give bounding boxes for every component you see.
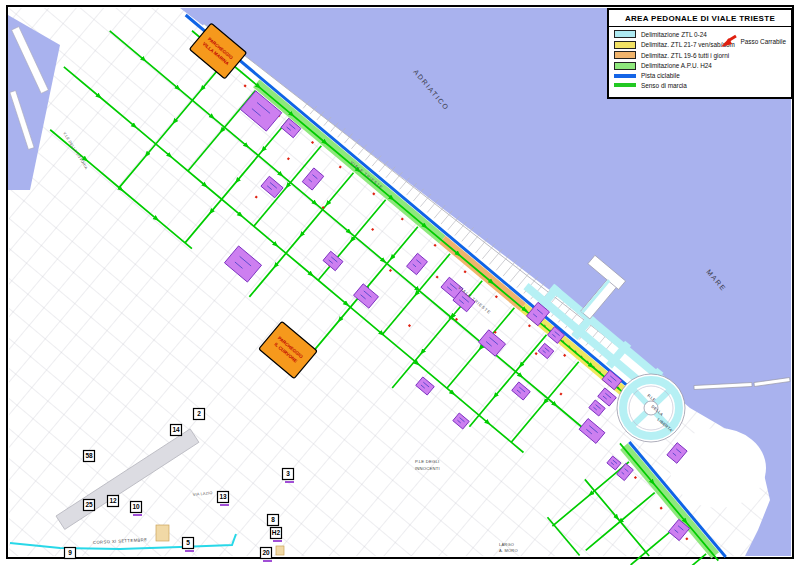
marker-number: 9 [68,549,72,556]
legend-item: Delimitaz. ZTL 19-6 tutti i giorni [614,51,791,59]
map-marker: 9 [65,548,76,559]
legend-item-label: Delimitazione A.P.U. H24 [641,62,712,69]
marker-number: 8 [271,516,275,523]
map-label: A. MORO [499,548,518,553]
marker-number: 2 [197,410,201,417]
legend-swatch [614,62,636,70]
map-marker: 13 [218,492,230,506]
legend-item: Delimitazione A.P.U. H24 [614,62,791,70]
map-marker: 14 [171,425,182,436]
marker-number: H2 [272,529,281,536]
passo-carrabile-label: Passo Carrabile [741,38,786,45]
legend-item: Senso di marcia [614,82,791,89]
legend-item-label: Delimitaz. ZTL 19-6 tutti i giorni [641,52,729,59]
legend-item-label: Senso di marcia [641,82,687,89]
map-marker: H2 [271,528,283,542]
legend-passo-carrabile: Passo Carrabile [721,34,786,49]
legend-item-label: Pista ciclabile [641,72,680,79]
marker-number: 3 [286,470,290,477]
map-marker: 3 [283,469,295,483]
legend-item: Pista ciclabile [614,72,791,79]
map-marker: 5 [183,538,195,552]
marker-number: 14 [172,426,180,433]
map-marker: 25 [84,500,95,511]
map-label: LARGO [499,542,514,547]
map-label: INNOCENTI [415,466,440,471]
legend-title: AREA PEDONALE DI VIALE TRIESTE [609,10,791,27]
legend: AREA PEDONALE DI VIALE TRIESTE Delimitaz… [607,8,793,99]
marker-number: 58 [85,452,93,459]
legend-swatch [614,74,636,78]
legend-swatch [614,30,636,38]
marker-number: 12 [109,497,117,504]
passo-carrabile-icon [721,34,738,49]
legend-swatch [614,51,636,59]
map-label: P.LE DEGLI [415,459,439,464]
marker-number: 20 [262,549,270,556]
marker-number: 13 [219,493,227,500]
beach-bulge [670,428,766,508]
marker-number: 5 [186,539,190,546]
marker-number: 25 [85,501,93,508]
map-marker: 2 [194,409,205,420]
map-marker: 20 [261,548,273,562]
legend-item-label: Delimitazione ZTL 0-24 [641,31,707,38]
legend-swatch [614,83,636,87]
map-page: PARCHEGGIOVILLA MARINAPARCHEGGIOIL CURVO… [0,0,800,565]
map-marker: 8 [268,515,280,529]
marker-number: 10 [132,503,140,510]
map-marker: 58 [84,451,95,462]
legend-swatch [614,41,636,49]
map-marker: 10 [131,502,143,516]
map-marker: 12 [108,496,119,507]
